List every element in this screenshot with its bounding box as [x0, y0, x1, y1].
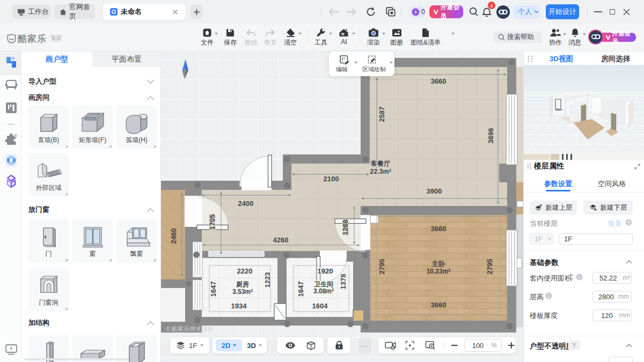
svg-text:客餐厅: 客餐厅: [370, 160, 390, 167]
svg-text:2587: 2587: [378, 107, 386, 122]
svg-text:1647: 1647: [209, 282, 217, 297]
svg-text:1705: 1705: [208, 215, 216, 230]
svg-text:2460: 2460: [170, 228, 178, 244]
svg-text:N: N: [341, 32, 344, 36]
svg-text:2400: 2400: [238, 200, 254, 208]
svg-text:1378: 1378: [339, 274, 347, 290]
svg-text:3900: 3900: [427, 187, 442, 195]
svg-text:卫生间: 卫生间: [314, 280, 333, 288]
svg-text:2220: 2220: [237, 267, 253, 275]
svg-text:2795: 2795: [486, 259, 494, 275]
svg-text:3.53m²: 3.53m²: [232, 288, 253, 295]
svg-text:3660: 3660: [431, 301, 447, 309]
svg-text:3696: 3696: [487, 128, 495, 144]
svg-text:1223: 1223: [264, 272, 272, 288]
svg-text:1647: 1647: [297, 282, 305, 297]
svg-text:厨房: 厨房: [236, 280, 249, 288]
svg-text:主卧: 主卧: [431, 260, 445, 268]
svg-text:2795: 2795: [378, 259, 386, 275]
svg-text:22.3m²: 22.3m²: [370, 168, 391, 175]
svg-text:1604: 1604: [312, 302, 328, 310]
svg-text:4260: 4260: [273, 236, 289, 244]
svg-text:10.23m²: 10.23m²: [427, 268, 451, 275]
svg-text:1268: 1268: [341, 220, 349, 235]
svg-text:3.08m²: 3.08m²: [313, 287, 334, 295]
svg-text:2100: 2100: [324, 175, 339, 183]
svg-text:3660: 3660: [431, 77, 447, 85]
svg-text:3660: 3660: [431, 225, 447, 233]
svg-text:© 酷家乐技术支持: © 酷家乐技术支持: [166, 326, 213, 332]
svg-text:1920: 1920: [318, 267, 333, 275]
svg-text:1934: 1934: [231, 302, 247, 310]
